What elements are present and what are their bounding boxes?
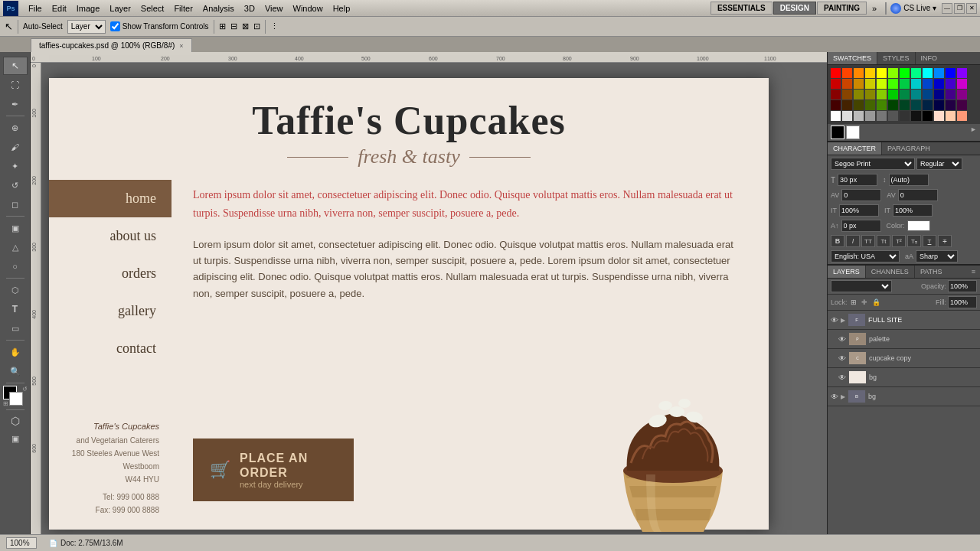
menu-file[interactable]: File <box>24 2 47 15</box>
distribute-icon[interactable]: ⋮ <box>270 21 279 31</box>
layer-eye-icon-5[interactable]: 👁 <box>831 393 838 401</box>
color-swatch[interactable] <box>934 100 944 110</box>
color-swatch[interactable] <box>911 68 921 78</box>
tab-info[interactable]: INFO <box>916 52 943 64</box>
color-swatch[interactable] <box>877 68 887 78</box>
erase-tool[interactable]: ◻ <box>3 195 28 214</box>
show-transform-checkbox[interactable] <box>110 21 120 31</box>
baseline-input[interactable] <box>841 220 881 232</box>
lock-all-btn[interactable]: 🔒 <box>871 298 882 306</box>
layer-item-palette[interactable]: 👁 P palette <box>828 330 980 349</box>
nav-item-gallery[interactable]: gallery <box>49 292 172 330</box>
screen-mode-btn[interactable]: ▣ <box>3 430 28 447</box>
color-swatch[interactable] <box>900 100 910 110</box>
auto-select-dropdown[interactable]: Layer Group <box>67 20 106 34</box>
layer-item-bg1[interactable]: 👁 bg <box>828 368 980 387</box>
color-swatch[interactable] <box>831 68 841 78</box>
gradient-tool[interactable]: ▣ <box>3 219 28 237</box>
fg-color-swatch[interactable] <box>831 126 844 139</box>
workspace-essentials[interactable]: ESSENTIALS <box>710 2 773 15</box>
lock-pixels-btn[interactable]: ⊞ <box>849 298 858 306</box>
color-swatch[interactable] <box>865 90 875 99</box>
color-swatch[interactable] <box>923 79 933 89</box>
color-swatch[interactable] <box>923 68 933 78</box>
menu-edit[interactable]: Edit <box>47 2 71 15</box>
layers-panel-menu-icon[interactable]: ≡ <box>967 266 980 278</box>
color-swatch[interactable] <box>911 79 921 89</box>
color-swatch[interactable] <box>854 68 864 78</box>
nav-item-contact[interactable]: contact <box>49 330 172 367</box>
color-swatch[interactable] <box>888 111 898 121</box>
color-swatch[interactable] <box>934 79 944 89</box>
layer-expand-icon[interactable]: ▶ <box>841 317 845 324</box>
color-swatch[interactable] <box>854 90 864 99</box>
menu-image[interactable]: Image <box>72 2 105 15</box>
color-swatch[interactable] <box>911 111 921 121</box>
color-swatch[interactable] <box>831 100 841 110</box>
color-swatch[interactable] <box>957 100 967 110</box>
align-center-icon[interactable]: ⊟ <box>230 21 237 31</box>
color-swatch[interactable] <box>946 100 956 110</box>
menu-help[interactable]: Help <box>328 2 355 15</box>
color-swatch[interactable] <box>900 79 910 89</box>
bg-color-swatch[interactable] <box>846 126 860 139</box>
font-family-select[interactable]: Segoe Print <box>831 158 915 170</box>
layer-eye-icon[interactable]: 👁 <box>831 316 838 324</box>
color-swatch[interactable] <box>934 90 944 99</box>
menu-select[interactable]: Select <box>136 2 169 15</box>
scale-v-input[interactable] <box>839 204 879 217</box>
blend-mode-select[interactable]: Normal <box>831 280 892 292</box>
type-tool[interactable]: T <box>3 300 28 318</box>
smallcaps-btn[interactable]: Tt <box>877 235 890 247</box>
color-swatch[interactable] <box>957 68 967 78</box>
color-swatch[interactable] <box>900 68 910 78</box>
color-swatch[interactable] <box>854 111 864 121</box>
color-swatch[interactable] <box>842 100 852 110</box>
blur-tool[interactable]: △ <box>3 238 28 256</box>
window-minimize-btn[interactable]: — <box>942 3 952 14</box>
opacity-input[interactable] <box>948 280 977 292</box>
scale-h-input[interactable] <box>893 204 933 217</box>
fg-bg-colors[interactable]: ↺ ⊞ <box>3 386 28 407</box>
color-swatch[interactable] <box>865 100 875 110</box>
color-swatch[interactable] <box>888 79 898 89</box>
color-swatch[interactable] <box>877 79 887 89</box>
color-swatch[interactable] <box>934 111 944 121</box>
color-swatch[interactable] <box>900 111 910 121</box>
layer-eye-icon-3[interactable]: 👁 <box>838 354 846 363</box>
eyedropper-tool[interactable]: ✒ <box>3 95 28 113</box>
color-swatch[interactable] <box>831 90 841 99</box>
color-swatch[interactable] <box>888 90 898 99</box>
tab-paths[interactable]: PATHS <box>915 266 948 278</box>
heal-tool[interactable]: ⊕ <box>3 119 28 137</box>
color-swatch[interactable] <box>957 111 967 121</box>
leading-input[interactable] <box>889 174 929 186</box>
cs-live-label[interactable]: CS Live ▾ <box>903 4 936 12</box>
strikethrough-btn[interactable]: T <box>938 235 952 247</box>
align-right-icon[interactable]: ⊠ <box>242 21 249 31</box>
font-size-input[interactable] <box>838 174 877 186</box>
color-swatch[interactable] <box>946 111 956 121</box>
menu-analysis[interactable]: Analysis <box>198 2 239 15</box>
underline-btn[interactable]: T <box>923 235 936 247</box>
window-close-btn[interactable]: ✕ <box>966 3 977 14</box>
color-swatch[interactable] <box>934 68 944 78</box>
brush-tool[interactable]: 🖌 <box>3 138 28 156</box>
tracking-input[interactable] <box>898 189 938 201</box>
color-swatch[interactable] <box>888 68 898 78</box>
tab-channels[interactable]: CHANNELS <box>866 266 915 278</box>
path-tool[interactable]: ⬡ <box>3 281 28 299</box>
align-top-icon[interactable]: ⊡ <box>253 21 260 31</box>
color-swatch[interactable] <box>946 90 956 99</box>
menu-3d[interactable]: 3D <box>240 2 260 15</box>
color-swatch[interactable] <box>865 111 875 121</box>
tab-character[interactable]: CHARACTER <box>828 142 882 155</box>
color-swatch[interactable] <box>854 100 864 110</box>
color-swatch[interactable] <box>923 90 933 99</box>
color-swatch[interactable] <box>842 111 852 121</box>
nav-item-home[interactable]: home <box>49 180 172 217</box>
shape-tool[interactable]: ▭ <box>3 319 28 337</box>
color-swatch[interactable] <box>911 100 921 110</box>
menu-window[interactable]: Window <box>289 2 328 15</box>
color-swatch[interactable] <box>877 100 887 110</box>
